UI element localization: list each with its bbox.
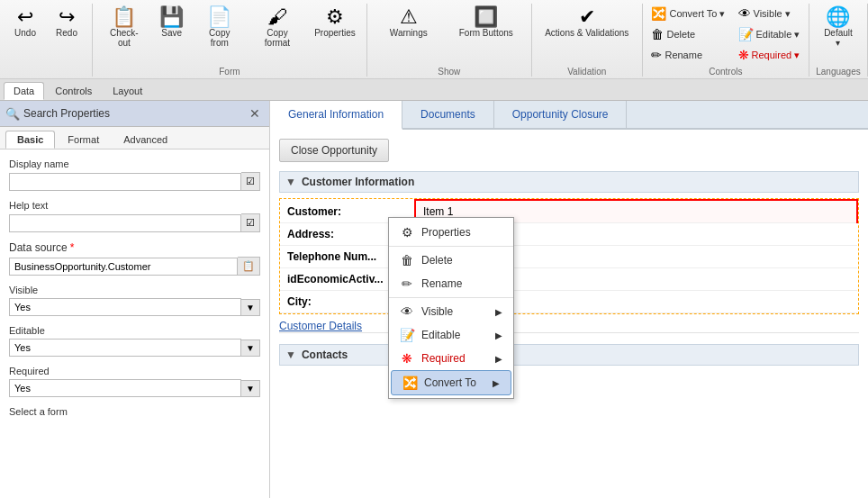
warnings-label: Warnings [390,28,428,38]
search-label: Search Properties [23,107,110,120]
context-menu-properties[interactable]: ⚙ Properties [389,221,513,244]
formbuttons-button[interactable]: 🔲 Form Buttons [447,4,526,41]
copyfrom-button[interactable]: 📄 Copy from [194,4,246,51]
select-form-label: Select a form [9,406,260,417]
editable-label: Editable ▾ [756,29,800,41]
close-opportunity-button[interactable]: Close Opportunity [279,139,389,162]
context-delete-label: Delete [421,254,453,267]
close-panel-button[interactable]: ✕ [246,104,264,122]
sub-tab-basic[interactable]: Basic [5,131,55,149]
select-form-field: Select a form [9,406,260,417]
right-content: General Information Documents Opportunit… [270,101,868,498]
visible-icon: 👁 [738,6,751,21]
context-menu-required[interactable]: ❋ Required ▶ [389,347,513,370]
delete-icon: 🗑 [651,27,664,41]
display-name-btn[interactable]: ☑ [241,172,260,191]
visible-select[interactable]: Yes No [9,298,241,316]
redo-label: Redo [56,28,77,38]
required-select[interactable]: Yes No [9,379,241,397]
help-text-label: Help text [9,200,260,211]
required-label: Required [9,366,260,376]
context-menu-delete[interactable]: 🗑 Delete [389,249,513,272]
properties-button[interactable]: ⚙ Properties [309,4,361,41]
required-button[interactable]: ❋ Required ▾ [733,45,806,65]
checkout-button[interactable]: 📋 Check-out [98,4,150,51]
tab-controls[interactable]: Controls [45,82,102,100]
left-panel: 🔍 Search Properties ✕ Basic Format Advan… [0,101,270,498]
warnings-button[interactable]: ⚠ Warnings [373,4,445,41]
rename-button[interactable]: ✏ Rename [646,45,730,65]
visible-select-arrow[interactable]: ▼ [241,299,260,316]
save-label: Save [161,28,182,38]
sub-tabs: Basic Format Advanced [0,127,269,149]
data-source-input[interactable] [9,258,238,276]
context-menu: ⚙ Properties 🗑 Delete ✏ Rename 👁 [388,217,514,399]
contacts-section: ▼ Contacts [279,332,859,366]
content-tab-general[interactable]: General Information [270,101,402,130]
context-menu-convertto[interactable]: 🔀 Convert To ▶ [391,370,511,395]
context-editable-icon: 📝 [400,328,414,342]
context-rename-label: Rename [421,277,462,290]
content-tab-opportunity[interactable]: Opportunity Closure [494,101,628,128]
editable-select[interactable]: Yes No [9,339,241,357]
controls-col1: 🔀 Convert To ▾ 🗑 Delete ✏ Rename [646,4,730,65]
content-tabs: General Information Documents Opportunit… [270,101,868,130]
context-menu-editable[interactable]: 📝 Editable ▶ [389,323,513,347]
copyformat-button[interactable]: 🖌 Copy format [248,4,307,51]
data-source-field: Data source * 📋 [9,241,260,276]
required-select-arrow[interactable]: ▼ [241,380,260,397]
editable-icon: 📝 [738,27,754,41]
editable-select-arrow[interactable]: ▼ [241,340,260,357]
convertto-label: Convert To ▾ [669,8,725,20]
sub-tab-format[interactable]: Format [56,131,111,149]
copyfrom-icon: 📄 [207,7,231,27]
default-label: Default ▾ [821,28,855,48]
section-toggle-icon[interactable]: ▼ [285,176,296,188]
convertto-button[interactable]: 🔀 Convert To ▾ [646,4,730,23]
customer-form-area: Customer: Item 1 Address: abc Telephone … [279,198,859,314]
data-source-btn[interactable]: 📋 [238,257,260,276]
redo-button[interactable]: ↪ Redo [47,4,86,41]
search-icon: 🔍 [5,107,20,121]
context-menu-separator2 [389,297,513,298]
visible-button[interactable]: 👁 Visible ▾ [733,4,806,23]
table-row: Address: abc [280,223,857,246]
ribbon-undoredo-items: ↩ Undo ↪ Redo [5,4,86,77]
default-icon: 🌐 [826,7,850,27]
ribbon-show-items: ⚠ Warnings 🔲 Form Buttons [373,4,526,65]
help-text-input-wrapper: ☑ [9,213,260,232]
context-properties-label: Properties [421,226,471,239]
editable-button[interactable]: 📝 Editable ▾ [733,24,806,44]
undo-button[interactable]: ↩ Undo [5,4,45,41]
tab-data[interactable]: Data [4,82,44,100]
display-name-input[interactable] [9,173,241,191]
help-text-input[interactable] [9,214,241,232]
tab-layout[interactable]: Layout [103,82,152,100]
customer-data-table: Customer: Item 1 Address: abc Telephone … [280,199,858,313]
default-button[interactable]: 🌐 Default ▾ [815,4,862,51]
visible-label: Visible ▾ [754,8,791,20]
contacts-section-header: ▼ Contacts [279,344,859,366]
content-tab-documents[interactable]: Documents [402,101,494,128]
ribbon: ↩ Undo ↪ Redo 📋 Check-out 💾 Save 📄 Copy … [0,0,868,79]
actions-button[interactable]: ✔ Actions & Validations [538,4,637,41]
redo-icon: ↪ [59,7,75,27]
table-row: Customer: Item 1 [280,200,857,223]
customer-details-link[interactable]: Customer Details [279,320,362,332]
context-required-arrow: ▶ [495,354,502,364]
ribbon-group-undoredo: ↩ Undo ↪ Redo [0,4,93,77]
help-text-btn[interactable]: ☑ [241,213,260,232]
context-menu-rename[interactable]: ✏ Rename [389,272,513,295]
sub-tab-advanced[interactable]: Advanced [112,131,179,149]
contacts-toggle-icon[interactable]: ▼ [285,349,296,361]
context-convertto-arrow: ▶ [493,378,500,388]
context-menu-visible[interactable]: 👁 Visible ▶ [389,300,513,323]
undo-icon: ↩ [17,7,33,27]
delete-button[interactable]: 🗑 Delete [646,24,730,44]
display-name-label: Display name [9,158,260,169]
context-required-label: Required [421,352,466,365]
customer-section-header: ▼ Customer Information [279,171,859,193]
save-button[interactable]: 💾 Save [152,4,192,41]
copyformat-icon: 🖌 [267,7,287,27]
ribbon-group-controls: 🔀 Convert To ▾ 🗑 Delete ✏ Rename 👁 Visib… [643,4,809,77]
